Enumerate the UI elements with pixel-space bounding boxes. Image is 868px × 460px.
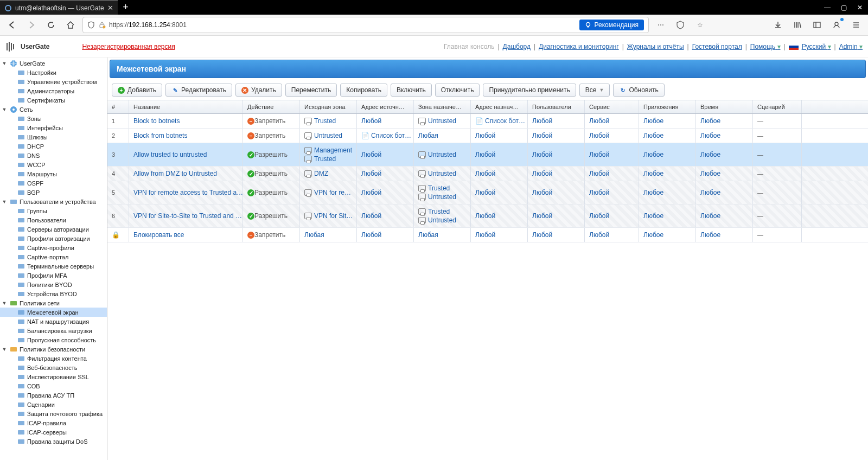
tree-item[interactable]: Терминальные серверы: [0, 261, 107, 271]
tree-item[interactable]: Фильтрация контента: [0, 354, 107, 363]
window-close[interactable]: ✕: [852, 0, 868, 15]
column-header[interactable]: Сценарий: [753, 100, 802, 113]
column-header[interactable]: Адрес источн…: [357, 100, 414, 113]
column-header[interactable]: Время: [696, 100, 753, 113]
account-icon[interactable]: [829, 17, 844, 33]
nav-home[interactable]: [63, 17, 78, 33]
tree-item[interactable]: ▼UserGate: [0, 59, 107, 68]
table-row[interactable]: 4Allow from DMZ to Untrusted✓ РазрешитьD…: [107, 167, 868, 181]
link-admin[interactable]: Admin ▾: [839, 43, 863, 50]
move-button[interactable]: Переместить: [285, 84, 337, 97]
link-logs[interactable]: Журналы и отчёты: [627, 43, 684, 50]
link-guest-portal[interactable]: Гостевой портал: [692, 43, 742, 50]
table-row[interactable]: 6VPN for Site-to-Site to Trusted and …✓ …: [107, 205, 868, 228]
nav-tree[interactable]: ▼UserGateНастройкиУправление устройством…: [0, 58, 107, 460]
nav-reload[interactable]: [43, 17, 59, 33]
tree-item[interactable]: Captive-портал: [0, 252, 107, 261]
table-row[interactable]: 5VPN for remote access to Trusted a…✓ Ра…: [107, 181, 868, 205]
tree-twisty[interactable]: ▼: [1, 347, 8, 352]
tree-item[interactable]: Профили авторизации: [0, 234, 107, 243]
link-language[interactable]: Русский ▾: [802, 43, 831, 50]
tree-item[interactable]: Балансировка нагрузки: [0, 326, 107, 335]
bookmark-icon[interactable]: ☆: [692, 17, 707, 33]
add-button[interactable]: +Добавить: [112, 84, 162, 97]
tree-item[interactable]: Настройки: [0, 68, 107, 77]
library-icon[interactable]: [790, 17, 805, 33]
table-row[interactable]: 2Block from botnets– ЗапретитьUntrusted📄…: [107, 129, 868, 143]
browser-tab[interactable]: utm@elathaoftsin — UserGate ✕: [0, 0, 118, 15]
tree-item[interactable]: Шлюзы: [0, 132, 107, 142]
tree-item[interactable]: ▼Сеть: [0, 105, 107, 114]
tree-item[interactable]: Группы: [0, 206, 107, 215]
tree-item[interactable]: ▼Пользователи и устройства: [0, 197, 107, 206]
nav-forward[interactable]: [24, 17, 39, 33]
rules-grid[interactable]: #НазваниеДействиеИсходная зонаАдрес исто…: [107, 100, 868, 460]
refresh-button[interactable]: ↻Обновить: [613, 84, 664, 97]
tree-item[interactable]: Профили MFA: [0, 271, 107, 280]
tree-item[interactable]: NAT и маршрутизация: [0, 317, 107, 326]
tracking-icon[interactable]: [673, 17, 688, 33]
tree-item[interactable]: Серверы авторизации: [0, 225, 107, 234]
apply-button[interactable]: Принудительно применить: [483, 84, 576, 97]
tree-item[interactable]: Интерфейсы: [0, 123, 107, 132]
tree-item[interactable]: Устройства BYOD: [0, 289, 107, 298]
tree-item[interactable]: Управление устройством: [0, 77, 107, 86]
tree-item[interactable]: Зоны: [0, 114, 107, 123]
tree-item[interactable]: Правила АСУ ТП: [0, 391, 107, 400]
tree-item[interactable]: WCCP: [0, 160, 107, 169]
download-icon[interactable]: [770, 17, 786, 33]
column-header[interactable]: Адрес назнач…: [471, 100, 528, 113]
tree-item[interactable]: DHCP: [0, 142, 107, 151]
table-row[interactable]: 🔒Блокировать все– ЗапретитьЛюбаяЛюбойЛюб…: [107, 228, 868, 242]
link-help[interactable]: Помощь ▾: [750, 43, 781, 50]
tree-twisty[interactable]: ▼: [1, 301, 8, 306]
url-bar[interactable]: https://192.168.1.254:8001 Рекомендация: [82, 17, 649, 33]
enable-button[interactable]: Включить: [391, 84, 432, 97]
tree-item[interactable]: Сертификаты: [0, 95, 107, 105]
tree-item[interactable]: ▼Политики безопасности: [0, 344, 107, 354]
recommendation-badge[interactable]: Рекомендация: [579, 20, 644, 30]
tree-item[interactable]: ICAP-серверы: [0, 427, 107, 437]
tree-twisty[interactable]: ▼: [1, 61, 8, 66]
tree-item[interactable]: Инспектирование SSL: [0, 372, 107, 381]
link-diagnostics[interactable]: Диагностика и мониторинг: [539, 43, 619, 50]
tree-twisty[interactable]: ▼: [1, 107, 8, 112]
tree-item[interactable]: Веб-безопасность: [0, 363, 107, 372]
tree-item[interactable]: Политики BYOD: [0, 280, 107, 289]
column-header[interactable]: Приложения: [639, 100, 696, 113]
tree-item[interactable]: ICAP-правила: [0, 418, 107, 427]
window-minimize[interactable]: —: [819, 0, 835, 15]
column-header[interactable]: Действие: [243, 100, 300, 113]
tree-item[interactable]: ▼Политики сети: [0, 298, 107, 308]
tree-item[interactable]: Защита почтового трафика: [0, 409, 107, 418]
sidebar-icon[interactable]: [809, 17, 825, 33]
tree-item[interactable]: Пользователи: [0, 215, 107, 225]
window-maximize[interactable]: ▢: [835, 0, 852, 15]
tree-item[interactable]: Правила защиты DoS: [0, 437, 107, 446]
menu-icon[interactable]: [848, 17, 864, 33]
column-header[interactable]: Сервис: [585, 100, 639, 113]
tree-twisty[interactable]: ▼: [1, 199, 8, 205]
tree-item[interactable]: Администраторы: [0, 86, 107, 95]
tree-item[interactable]: BGP: [0, 188, 107, 197]
tree-item[interactable]: Сценарии: [0, 400, 107, 409]
disable-button[interactable]: Отключить: [435, 84, 480, 97]
new-tab-button[interactable]: +: [118, 0, 134, 15]
tree-item[interactable]: OSPF: [0, 178, 107, 188]
column-header[interactable]: #: [107, 100, 129, 113]
column-header[interactable]: Название: [129, 100, 243, 113]
nav-back[interactable]: [4, 17, 20, 33]
table-row[interactable]: 1Block to botnets– ЗапретитьTrustedЛюбой…: [107, 114, 868, 129]
tree-item[interactable]: Пропускная способность: [0, 335, 107, 344]
tree-item[interactable]: Межсетевой экран: [0, 308, 107, 317]
tab-close-icon[interactable]: ✕: [107, 4, 113, 12]
tree-item[interactable]: DNS: [0, 151, 107, 160]
link-dashboard[interactable]: Дашборд: [503, 43, 531, 50]
tree-item[interactable]: Маршруты: [0, 169, 107, 178]
column-header[interactable]: Исходная зона: [300, 100, 357, 113]
column-header[interactable]: Зона назначе…: [414, 100, 471, 113]
delete-button[interactable]: ✕Удалить: [235, 84, 282, 97]
tree-item[interactable]: Captive-профили: [0, 243, 107, 252]
edit-button[interactable]: ✎Редактировать: [165, 84, 232, 97]
page-actions[interactable]: ⋯: [653, 17, 668, 33]
